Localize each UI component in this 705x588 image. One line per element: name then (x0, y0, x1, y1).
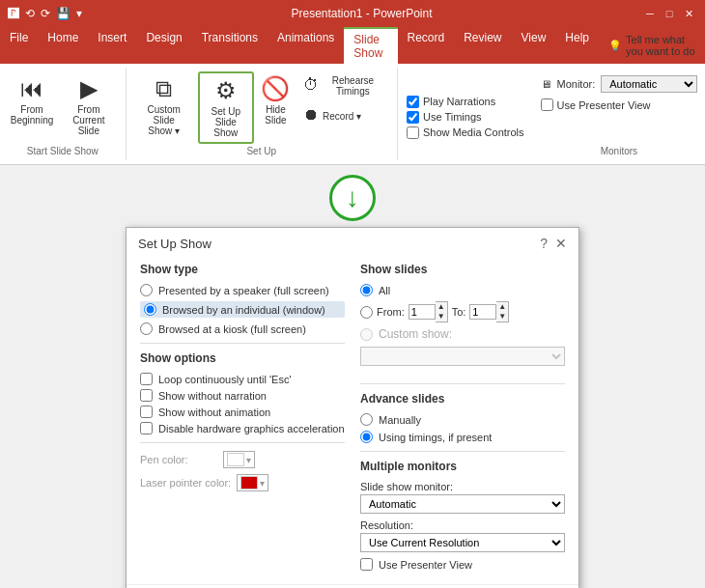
dialog-close-button[interactable]: ✕ (555, 236, 567, 251)
from-beginning-button[interactable]: ⏮ FromBeginning (8, 71, 56, 129)
from-spinbox-input[interactable] (409, 304, 436, 320)
show-media-controls-row: Show Media Controls (407, 126, 524, 139)
multiple-monitors-title: Multiple monitors (360, 460, 565, 473)
tell-me-box[interactable]: 💡 Tell me what you want to do (599, 27, 705, 64)
dialog-presenter-view-row: Use Presenter View (360, 558, 565, 571)
radio-individual[interactable] (144, 303, 156, 316)
window-controls: ─ □ ✕ (641, 5, 697, 22)
record-button[interactable]: ⏺ Record ▾ (297, 102, 389, 129)
quick-access-redo[interactable]: ⟳ (41, 7, 50, 20)
advance-slides-title: Advance slides (360, 392, 565, 406)
play-narrations-row: Play Narrations (407, 96, 524, 108)
radio-from-label: From: (377, 306, 405, 318)
monitor-label: Monitor: (557, 78, 596, 90)
set-up-slideshow-button[interactable]: ⚙ Set UpSlide Show (198, 71, 254, 144)
close-button[interactable]: ✕ (680, 5, 697, 22)
separator-4 (360, 451, 565, 452)
custom-slide-show-button[interactable]: ⧉ Custom SlideShow ▾ (134, 71, 194, 140)
from-current-button[interactable]: ▶ FromCurrent Slide (60, 71, 118, 140)
tab-slideshow[interactable]: Slide Show (344, 27, 397, 64)
maximize-button[interactable]: □ (661, 5, 678, 22)
tab-transitions[interactable]: Transitions (192, 27, 268, 64)
dialog-title: Set Up Show (138, 237, 212, 251)
record-icon: ⏺ (303, 106, 319, 124)
radio-presented[interactable] (140, 284, 153, 296)
dialog-presenter-view-checkbox[interactable] (360, 558, 373, 571)
tab-design[interactable]: Design (136, 27, 191, 64)
from-spinbox-down[interactable]: ▼ (436, 312, 447, 322)
to-spinbox-up[interactable]: ▲ (496, 302, 508, 312)
no-animation-checkbox[interactable] (140, 406, 153, 418)
quick-access-save[interactable]: 💾 (56, 7, 70, 20)
no-narration-checkbox[interactable] (140, 389, 153, 402)
tab-view[interactable]: View (512, 27, 556, 64)
radio-all[interactable] (360, 284, 373, 296)
use-timings-label: Use Timings (423, 111, 482, 123)
radio-timings[interactable] (360, 431, 373, 443)
resolution-select[interactable]: Use Current Resolution (360, 533, 565, 552)
separator-1 (140, 343, 345, 344)
show-type-title: Show type (140, 263, 345, 276)
presenter-view-row: Use Presenter View (541, 98, 698, 111)
from-beginning-icon: ⏮ (20, 75, 43, 102)
monitors-content: 🖥 Monitor: Automatic Use Presenter View (529, 71, 705, 115)
pen-color-row: Pen color: ▾ (140, 451, 345, 468)
loop-checkbox[interactable] (140, 373, 153, 385)
separator-2 (140, 442, 345, 443)
resolution-label: Resolution: (360, 519, 565, 531)
from-spinbox-up[interactable]: ▲ (436, 302, 447, 312)
laser-color-swatch (240, 476, 258, 490)
from-current-label: FromCurrent Slide (66, 104, 112, 136)
show-media-controls-checkbox[interactable] (407, 126, 419, 139)
minimize-button[interactable]: ─ (641, 5, 659, 22)
radio-custom-label: Custom show: (379, 327, 452, 341)
radio-manually[interactable] (360, 413, 373, 426)
rehearse-timings-button[interactable]: ⏱ Rehearse Timings (297, 71, 389, 100)
use-timings-checkbox[interactable] (407, 111, 419, 124)
laser-color-button[interactable]: ▾ (237, 474, 268, 491)
radio-all-label: All (379, 285, 390, 296)
custom-show-select[interactable] (360, 347, 565, 366)
radio-custom[interactable] (360, 328, 373, 341)
set-up-slideshow-label: Set UpSlide Show (206, 106, 246, 138)
quick-access-undo[interactable]: ⟲ (25, 7, 35, 20)
group-start-slideshow: ⏮ FromBeginning ▶ FromCurrent Slide Star… (0, 68, 127, 160)
tab-review[interactable]: Review (454, 27, 511, 64)
start-slideshow-buttons: ⏮ FromBeginning ▶ FromCurrent Slide (8, 71, 118, 144)
slide-show-monitor-select[interactable]: Automatic (360, 494, 565, 514)
tab-home[interactable]: Home (38, 27, 88, 64)
setup-label: Set Up (246, 144, 276, 156)
monitor-select[interactable]: Automatic (601, 75, 697, 93)
presenter-view-label: Use Presenter View (557, 99, 651, 111)
tab-file[interactable]: File (0, 27, 38, 64)
radio-custom-row: Custom show: (360, 327, 565, 341)
show-options-title: Show options (140, 351, 345, 365)
no-animation-checkbox-row: Show without animation (140, 406, 345, 418)
from-spinbox-arrows: ▲ ▼ (436, 301, 448, 322)
tab-record[interactable]: Record (398, 27, 455, 64)
tab-help[interactable]: Help (555, 27, 599, 64)
disable-hw-checkbox[interactable] (140, 422, 153, 434)
title-bar-left: 🅿 ⟲ ⟳ 💾 ▾ (8, 7, 82, 20)
to-spinbox-input[interactable] (469, 304, 496, 320)
dialog-help-button[interactable]: ? (540, 236, 548, 251)
tab-insert[interactable]: Insert (88, 27, 136, 64)
dialog-presenter-view-label: Use Presenter View (379, 559, 472, 571)
hide-slide-button[interactable]: 🚫 HideSlide (258, 71, 294, 129)
from-beginning-label: FromBeginning (11, 104, 53, 126)
radio-kiosk[interactable] (140, 322, 153, 335)
radio-manually-label: Manually (379, 414, 421, 426)
laser-color-dropdown-arrow[interactable]: ▾ (260, 478, 265, 489)
presenter-view-checkbox[interactable] (541, 98, 553, 111)
hide-slide-label: HideSlide (265, 104, 286, 126)
pen-color-dropdown-arrow[interactable]: ▾ (246, 455, 251, 465)
radio-kiosk-row: Browsed at a kiosk (full screen) (140, 322, 345, 335)
tab-animations[interactable]: Animations (268, 27, 344, 64)
play-narrations-checkbox[interactable] (407, 96, 419, 108)
powerpoint-icon: 🅿 (8, 7, 19, 20)
pen-color-button[interactable]: ▾ (223, 451, 255, 468)
radio-from[interactable] (360, 306, 373, 319)
to-spinbox-down[interactable]: ▼ (496, 312, 508, 322)
show-slides-title: Show slides (360, 263, 565, 276)
set-up-slideshow-icon: ⚙ (215, 77, 237, 104)
